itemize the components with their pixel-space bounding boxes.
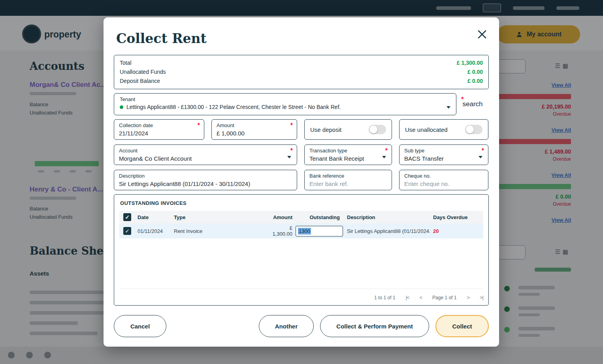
invoices-table-header: ✓ Date Type Amount Outstanding Descripti…	[119, 211, 483, 223]
cheque-no-field[interactable]: Cheque no.	[399, 170, 488, 190]
invoice-table-row[interactable]: ✓ 01/11/2024 Rent Invoice £ 1,300.00 130…	[119, 223, 483, 238]
dialog-title: Collect Rent	[116, 31, 489, 46]
invoice-description: Sir Lettings Applicant88 (01/11/2024...	[344, 228, 430, 234]
use-unallocated-field: Use unallocated	[399, 119, 488, 140]
required-asterisk: *	[290, 122, 293, 129]
invoice-amount: £ 1,300.00	[269, 225, 294, 237]
invoices-pagination: 1 to 1 of 1 |< < Page 1 of 1 > >|	[119, 289, 483, 300]
required-asterisk: *	[198, 122, 200, 129]
toggle-knob	[369, 126, 377, 133]
fields-row-1: * Collection date 21/11/2024 * Amount £ …	[114, 119, 489, 140]
chevron-down-icon[interactable]	[287, 156, 291, 158]
chevron-down-icon[interactable]	[479, 156, 482, 158]
required-asterisk: *	[385, 147, 388, 154]
summary-value: £ 0.00	[467, 77, 483, 86]
summary-value: £ 1,300.00	[457, 58, 483, 68]
transaction-type-label: Transaction type	[309, 148, 387, 154]
tenant-row: Tenant Lettings Applicant88 - £1300.00 -…	[114, 93, 489, 115]
invoice-days-overdue: 20	[430, 228, 483, 234]
amount-label: Amount	[217, 122, 292, 128]
first-page-icon[interactable]: |<	[405, 295, 409, 300]
col-header-amount: Amount	[269, 214, 294, 220]
bank-reference-label: Bank reference	[309, 173, 387, 179]
close-icon[interactable]	[477, 29, 487, 39]
transaction-type-value[interactable]: Tenant Bank Receipt	[309, 155, 387, 162]
toggle-knob	[466, 126, 474, 133]
col-header-description: Description	[344, 214, 430, 220]
cancel-button[interactable]: Cancel	[114, 315, 166, 337]
selected-text: 1300	[298, 228, 311, 235]
collection-date-label: Collection date	[119, 122, 199, 128]
outstanding-invoices-title: OUTSTANDING INVOICES	[120, 200, 483, 206]
outstanding-cell: 1300	[294, 226, 344, 236]
use-unallocated-toggle[interactable]	[465, 125, 482, 134]
collect-button[interactable]: Collect	[435, 315, 489, 337]
last-page-icon[interactable]: >|	[480, 295, 483, 300]
status-dot-icon	[120, 105, 123, 109]
chevron-down-icon[interactable]	[447, 106, 450, 109]
invoice-date: 01/11/2024	[138, 228, 174, 234]
outstanding-amount-input[interactable]: 1300	[296, 226, 343, 236]
col-header-outstanding: Outstanding	[294, 214, 344, 220]
transaction-type-select[interactable]: * Transaction type Tenant Bank Receipt	[304, 144, 392, 165]
pagination-page-label: Page 1 of 1	[432, 295, 456, 300]
sub-type-label: Sub type	[404, 148, 483, 154]
bank-reference-input[interactable]	[309, 180, 387, 187]
select-all-checkbox[interactable]: ✓	[123, 213, 131, 221]
use-deposit-field: Use deposit	[304, 119, 392, 140]
account-value[interactable]: Morgan& Co Client Account	[119, 155, 292, 162]
amount-value[interactable]: £ 1,000.00	[217, 130, 292, 137]
description-field[interactable]: Description Sir Lettings Applicant88 (01…	[114, 170, 297, 190]
col-header-days-overdue: Days Overdue	[430, 214, 483, 220]
collection-date-field[interactable]: * Collection date 21/11/2024	[114, 119, 204, 140]
required-asterisk: *	[461, 96, 464, 103]
collect-rent-dialog: Collect Rent Total £ 1,300.00 Unallocate…	[104, 17, 499, 347]
outstanding-invoices-panel: OUTSTANDING INVOICES ✓ Date Type Amount …	[114, 194, 489, 306]
cheque-no-label: Cheque no.	[404, 173, 483, 179]
description-label: Description	[119, 173, 292, 179]
sub-type-select[interactable]: * Sub type BACS Transfer	[399, 144, 488, 165]
col-header-date: Date	[138, 214, 174, 220]
summary-row-unallocated: Unallocated Funds £ 0.00	[120, 68, 483, 77]
collection-date-value[interactable]: 21/11/2024	[119, 130, 199, 137]
summary-label: Total	[120, 58, 132, 68]
summary-label: Unallocated Funds	[120, 68, 166, 77]
col-header-type: Type	[174, 214, 269, 220]
fields-row-2: * Account Morgan& Co Client Account * Tr…	[114, 144, 489, 165]
tenant-select[interactable]: Tenant Lettings Applicant88 - £1300.00 -…	[114, 93, 456, 115]
dialog-footer: Cancel Another Collect & Perform Payment…	[114, 315, 489, 337]
summary-row-total: Total £ 1,300.00	[120, 58, 483, 68]
tenant-search-button[interactable]: * search	[456, 93, 489, 115]
use-deposit-label: Use deposit	[310, 126, 341, 133]
account-label: Account	[119, 148, 292, 154]
tenant-value-text: Lettings Applicant88 - £1300.00 - 122 Pe…	[126, 104, 341, 110]
description-value[interactable]: Sir Lettings Applicant88 (01/11/2024 - 3…	[119, 180, 292, 187]
required-asterisk: *	[290, 147, 293, 154]
summary-label: Deposit Balance	[120, 77, 160, 86]
sub-type-value[interactable]: BACS Transfer	[404, 155, 483, 162]
required-asterisk: *	[482, 147, 484, 154]
fields-row-3: Description Sir Lettings Applicant88 (01…	[114, 170, 489, 190]
invoice-type: Rent Invoice	[174, 228, 269, 234]
tenant-selected-value: Lettings Applicant88 - £1300.00 - 122 Pe…	[120, 104, 450, 110]
summary-value: £ 0.00	[467, 68, 483, 77]
row-checkbox[interactable]: ✓	[123, 227, 131, 235]
another-button[interactable]: Another	[259, 315, 314, 337]
use-deposit-toggle[interactable]	[369, 125, 386, 134]
tenant-label: Tenant	[120, 96, 450, 102]
account-select[interactable]: * Account Morgan& Co Client Account	[114, 144, 297, 165]
prev-page-icon[interactable]: <	[419, 295, 422, 300]
bank-reference-field[interactable]: Bank reference	[304, 170, 392, 190]
next-page-icon[interactable]: >	[467, 295, 469, 300]
summary-row-deposit: Deposit Balance £ 0.00	[120, 77, 483, 86]
tenant-search-label: search	[462, 100, 482, 108]
totals-summary: Total £ 1,300.00 Unallocated Funds £ 0.0…	[114, 55, 489, 89]
use-unallocated-label: Use unallocated	[405, 126, 448, 133]
amount-field[interactable]: * Amount £ 1,000.00	[211, 119, 297, 140]
pagination-range: 1 to 1 of 1	[374, 295, 395, 300]
cheque-no-input[interactable]	[404, 180, 483, 187]
collect-and-perform-payment-button[interactable]: Collect & Perform Payment	[320, 315, 429, 337]
chevron-down-icon[interactable]	[382, 156, 386, 158]
